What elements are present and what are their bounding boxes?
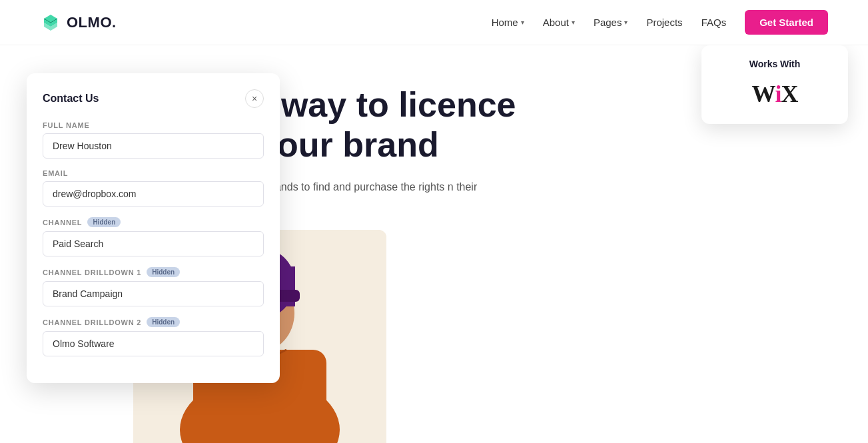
dot-grid-bottom-left <box>3 384 77 440</box>
about-arrow-icon: ▾ <box>572 19 575 26</box>
form-group-channel-drilldown-1: CHANNEL DRILLDOWN 1 Hidden <box>43 267 264 306</box>
input-channel-drilldown-2[interactable] <box>43 331 264 356</box>
nav-pages[interactable]: Pages ▾ <box>594 17 628 28</box>
input-full-name[interactable] <box>43 133 264 159</box>
modal-title: Contact Us <box>43 93 99 105</box>
modal-header: Contact Us × <box>43 89 264 108</box>
label-email: EMAIL <box>43 169 264 177</box>
form-group-full-name: FULL NAME <box>43 121 264 159</box>
nav-links: Home ▾ About ▾ Pages ▾ Projects FAQs Get… <box>492 10 828 35</box>
nav-faqs[interactable]: FAQs <box>701 17 727 28</box>
input-email[interactable] <box>43 181 264 207</box>
label-channel-drilldown-2: CHANNEL DRILLDOWN 2 Hidden <box>43 317 264 327</box>
label-full-name: FULL NAME <box>43 121 264 129</box>
wix-logo: WiX <box>717 80 832 108</box>
form-group-email: EMAIL <box>43 169 264 207</box>
get-started-button[interactable]: Get Started <box>745 10 828 35</box>
logo-icon <box>40 12 61 33</box>
close-button[interactable]: × <box>245 89 264 108</box>
channel-drilldown1-hidden-badge: Hidden <box>147 267 180 277</box>
contact-modal: Contact Us × FULL NAME EMAIL CHANNEL Hid… <box>27 73 280 383</box>
input-channel[interactable] <box>43 231 264 256</box>
works-with-title: Works With <box>717 59 832 69</box>
home-arrow-icon: ▾ <box>521 19 524 26</box>
navbar: OLMO. Home ▾ About ▾ Pages ▾ Projects FA… <box>0 0 868 45</box>
nav-home[interactable]: Home ▾ <box>492 17 524 28</box>
nav-projects[interactable]: Projects <box>646 17 682 28</box>
input-channel-drilldown-1[interactable] <box>43 281 264 306</box>
logo-text: OLMO. <box>67 14 117 31</box>
channel-hidden-badge: Hidden <box>87 217 121 227</box>
label-channel-drilldown-1: CHANNEL DRILLDOWN 1 Hidden <box>43 267 264 277</box>
channel-drilldown2-hidden-badge: Hidden <box>147 317 180 327</box>
nav-about[interactable]: About ▾ <box>543 17 575 28</box>
logo[interactable]: OLMO. <box>40 12 117 33</box>
pages-arrow-icon: ▾ <box>624 19 628 26</box>
label-channel: CHANNEL Hidden <box>43 217 264 227</box>
form-group-channel: CHANNEL Hidden <box>43 217 264 256</box>
form-group-channel-drilldown-2: CHANNEL DRILLDOWN 2 Hidden <box>43 317 264 356</box>
